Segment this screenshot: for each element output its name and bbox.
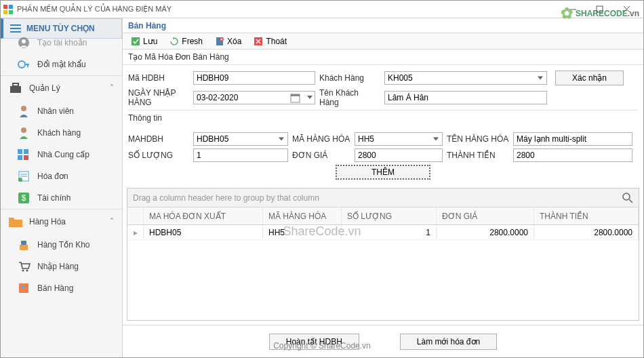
col-header[interactable]: THÀNH TIỀN — [534, 207, 639, 224]
svg-rect-17 — [13, 83, 18, 86]
sidebar-item-change-password[interactable]: Đổi mật khẩu — [1, 54, 122, 75]
confirm-button[interactable]: Xác nhận — [555, 71, 624, 85]
input-tenkh[interactable] — [384, 91, 547, 104]
title-bar: PHẦN MỀM QUẢN LÝ CỦA HÀNG ĐIỆN MÁY — [1, 1, 643, 18]
thongtin-label: Thông tin — [128, 110, 638, 125]
svg-point-13 — [18, 61, 25, 68]
col-header[interactable]: MÃ HÀNG HÓA — [263, 207, 342, 224]
sidebar-item-khachhang[interactable]: Khách hàng — [1, 122, 122, 144]
svg-rect-0 — [3, 5, 7, 9]
footer: Hoàn tất HDBH Làm mới hóa đơn — [123, 325, 643, 357]
input-tenhh[interactable] — [513, 132, 632, 146]
user-plus-icon — [17, 36, 31, 49]
svg-text:$: $ — [22, 193, 26, 203]
combo-khachhang[interactable] — [384, 71, 547, 85]
sidebar-item-banhang[interactable]: Bán Hàng — [1, 277, 122, 299]
refresh-icon — [169, 37, 179, 46]
col-header[interactable]: SỐ LƯỢNG — [342, 207, 437, 224]
sidebar-item-nhaphang[interactable]: Nhập Hàng — [1, 256, 122, 277]
grid-header: MA HÓA ĐƠN XUẤT MÃ HÀNG HÓA SỐ LƯỢNG ĐƠN… — [127, 207, 639, 225]
sidebar-group-quanly[interactable]: Quản Lý ˄ — [1, 76, 122, 100]
sales-icon — [17, 281, 31, 295]
label-tenkh: Tên Khách Hàng — [319, 88, 380, 107]
label-mahdbh2: MAHDBH — [128, 134, 189, 144]
svg-rect-2 — [3, 10, 7, 14]
label-ngaynhap: NGÀY NHẬP HÀNG — [128, 88, 189, 107]
row-indicator: ▸ — [127, 225, 144, 239]
label-mahdbh: Mã HDBH — [128, 73, 189, 83]
supplier-icon — [17, 148, 31, 161]
sidebar-item-create-account[interactable]: Tạo tài khoản — [1, 32, 122, 54]
svg-rect-31 — [21, 241, 26, 245]
svg-rect-45 — [291, 94, 300, 96]
col-header[interactable]: MA HÓA ĐƠN XUẤT — [144, 207, 263, 224]
data-grid: Drag a column header here to group by th… — [127, 188, 639, 321]
input-dongia[interactable] — [355, 148, 443, 162]
delete-icon — [215, 37, 224, 46]
svg-rect-1 — [9, 5, 13, 9]
complete-button[interactable]: Hoàn tất HDBH — [269, 334, 359, 350]
sidebar-group-hanghoa[interactable]: Hàng Hóa ˄ — [1, 210, 122, 234]
save-button[interactable]: Lưu — [128, 35, 160, 47]
exit-button[interactable]: Thoát — [251, 35, 289, 47]
svg-point-12 — [22, 39, 26, 43]
chevron-up-icon: ˄ — [110, 83, 114, 93]
input-mahdbh[interactable] — [193, 71, 315, 85]
sidebar-item-nhanvien[interactable]: Nhân viên — [1, 100, 122, 122]
money-icon: $ — [17, 191, 31, 205]
table-row[interactable]: ▸ HDBH05 HH5 1 2800.0000 2800.0000 — [127, 225, 639, 240]
brand-watermark: ✿ SHARECODE.vn — [561, 5, 639, 22]
content-area: Bán Hàng Lưu Fresh Xóa Thoát Tạo Mã Hóa … — [123, 18, 643, 357]
grid-group-panel[interactable]: Drag a column header here to group by th… — [127, 188, 639, 207]
refresh-button[interactable]: Fresh — [167, 35, 205, 47]
svg-rect-8 — [10, 24, 21, 26]
search-icon[interactable] — [622, 193, 633, 203]
window-title: PHẦN MỀM QUẢN LÝ CỦA HÀNG ĐIỆN MÁY — [17, 5, 172, 14]
label-khachhang: Khách Hàng — [319, 73, 380, 83]
input-soluong[interactable] — [193, 148, 288, 162]
label-tenhh: TÊN HÀNG HÓA — [447, 134, 509, 144]
add-button[interactable]: THÊM — [336, 165, 430, 180]
svg-point-27 — [18, 178, 22, 182]
date-input[interactable] — [193, 91, 315, 104]
input-thanhtien[interactable] — [513, 148, 632, 162]
svg-rect-30 — [20, 245, 28, 250]
svg-rect-36 — [132, 37, 140, 45]
toolbar: Lưu Fresh Xóa Thoát — [123, 33, 643, 49]
label-soluong: SỐ LƯỢNG — [128, 151, 189, 160]
svg-rect-20 — [18, 149, 22, 154]
customer-icon — [17, 126, 31, 140]
chevron-down-icon — [307, 96, 313, 99]
calendar-icon — [291, 93, 300, 102]
sidebar: MENU TÙY CHỌN Tạo tài khoản Đổi mật khẩu… — [1, 18, 123, 357]
svg-rect-9 — [10, 28, 21, 29]
svg-rect-22 — [18, 155, 22, 160]
section-title: Tạo Mã Hóa Đơn Bán Hàng — [123, 49, 643, 65]
svg-rect-23 — [24, 155, 28, 160]
combo-mahh[interactable] — [355, 132, 443, 146]
sidebar-item-taichinh[interactable]: $ Tài chính — [1, 187, 122, 209]
label-dongia: ĐƠN GIÁ — [292, 151, 350, 160]
svg-rect-16 — [10, 86, 21, 93]
stock-icon — [17, 238, 31, 252]
svg-point-19 — [21, 127, 26, 133]
exit-icon — [254, 37, 263, 46]
svg-point-46 — [623, 193, 630, 200]
briefcase-icon — [9, 81, 22, 95]
svg-point-33 — [26, 270, 28, 272]
sidebar-item-nhacungcap[interactable]: Nhà Cung cấp — [1, 144, 122, 165]
label-thanhtien: THÀNH TIỀN — [447, 151, 509, 160]
combo-mahdbh[interactable] — [193, 132, 288, 146]
svg-point-32 — [22, 270, 24, 272]
chevron-up-icon: ˄ — [110, 217, 114, 226]
svg-line-47 — [629, 199, 632, 203]
delete-button[interactable]: Xóa — [212, 35, 244, 47]
key-icon — [17, 58, 31, 71]
col-header[interactable]: ĐƠN GIÁ — [437, 207, 534, 224]
clear-button[interactable]: Làm mới hóa đơn — [400, 334, 497, 350]
svg-rect-3 — [9, 10, 13, 14]
sidebar-item-hoadon[interactable]: Hóa đơn — [1, 165, 122, 187]
cart-icon — [17, 260, 31, 273]
invoice-icon — [17, 170, 31, 183]
sidebar-item-hangtonkho[interactable]: Hàng Tồn Kho — [1, 234, 122, 256]
